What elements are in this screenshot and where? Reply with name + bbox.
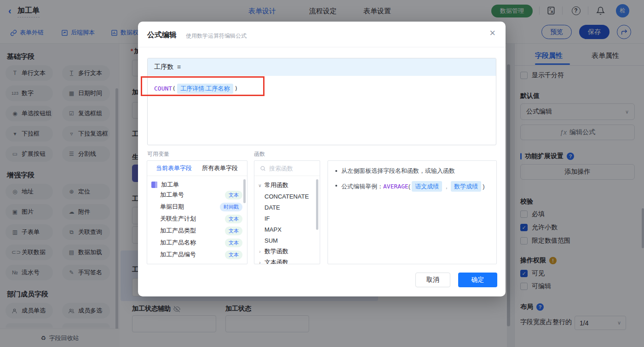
variable-name: 单据日期 — [160, 203, 184, 211]
help-panel: 从左侧面板选择字段名和函数，或输入函数 公式编辑举例：AVERAGE(语文成绩，… — [328, 160, 497, 264]
variable-name: 加工单号 — [160, 191, 184, 199]
group-label: 数学函数 — [264, 247, 288, 256]
variable-row[interactable]: 加工产品名称文本 — [160, 237, 242, 249]
chevron-down-icon: ∨ — [258, 183, 262, 188]
paren-close: ) — [483, 183, 484, 190]
variable-row[interactable]: 加工产品编号文本 — [160, 249, 242, 261]
variable-row[interactable]: 单据日期时间戳 — [160, 201, 242, 213]
function-group-math[interactable]: › 数学函数 — [258, 246, 320, 257]
function-item-date[interactable]: DATE — [264, 202, 320, 213]
functions-panel: ∨ 常用函数 CONCATENATE DATE IF MAPX SUM › 数学… — [254, 160, 320, 264]
equals-sign: = — [177, 63, 181, 71]
tree-root-form[interactable]: 加工单 — [151, 181, 247, 189]
variable-row[interactable]: 加工产品类型文本 — [160, 225, 242, 237]
comma: ， — [443, 183, 449, 190]
variable-name: 关联生产计划 — [160, 215, 196, 223]
type-badge: 文本 — [225, 191, 242, 199]
type-badge: 文本 — [225, 215, 242, 223]
variables-scrollbar[interactable] — [243, 179, 246, 203]
modal-subtitle: 使用数学运算符编辑公式 — [186, 32, 247, 40]
tab-current-form-fields[interactable]: 当前表单字段 — [156, 164, 192, 172]
type-badge: 文本 — [225, 227, 242, 235]
function-item-if[interactable]: IF — [264, 213, 320, 224]
variable-name: 加工产品名称 — [160, 239, 196, 247]
function-item-concatenate[interactable]: CONCATENATE — [264, 191, 320, 202]
variable-name: 加工产品编号 — [160, 250, 196, 259]
cancel-button[interactable]: 取消 — [415, 273, 450, 287]
functions-scrollbar[interactable] — [316, 179, 318, 230]
field-chip[interactable]: 工序详情.工序名称 — [177, 84, 233, 94]
paren-open: ( — [172, 85, 176, 92]
paren-open: ( — [408, 183, 410, 190]
tab-all-form-fields[interactable]: 所有表单字段 — [202, 164, 238, 172]
bullet-dot — [335, 185, 337, 187]
form-designer-app: ‹ 加工单 表单设计 流程设定 表单设置 数据管理 A ? 检 表单外链 后端脚… — [0, 0, 644, 347]
chevron-right-icon: › — [258, 260, 262, 265]
group-label: 常用函数 — [264, 181, 288, 189]
field-chip: 语文成绩 — [412, 181, 442, 192]
group-label: 文本函数 — [264, 258, 288, 264]
variable-name: 加工产品类型 — [160, 227, 196, 235]
variable-row[interactable]: 关联生产计划文本 — [160, 213, 242, 225]
function-item-mapx[interactable]: MAPX — [264, 224, 320, 235]
formula-target-field: 工序数 — [154, 63, 173, 71]
bullet-dot — [335, 170, 337, 172]
function-search[interactable] — [254, 161, 320, 176]
tree-root-label: 加工单 — [161, 181, 179, 189]
confirm-button[interactable]: 确定 — [458, 273, 497, 287]
modal-title: 公式编辑 — [147, 30, 177, 40]
variable-row[interactable]: 加工单号文本 — [160, 189, 242, 201]
formula-editor-modal: 公式编辑 使用数学运算符编辑公式 × 工序数 = COUNT(工序详情.工序名称… — [138, 22, 506, 296]
formula-expression[interactable]: COUNT(工序详情.工序名称) — [148, 76, 496, 102]
function-search-input[interactable] — [269, 165, 313, 172]
modal-header-divider — [138, 47, 506, 47]
close-icon[interactable]: × — [489, 28, 495, 38]
paren-close: ) — [235, 85, 238, 92]
variables-panel: 当前表单字段 所有表单字段 加工单 加工单号文本 单据日期时间戳 关联生产计划文… — [147, 160, 247, 264]
search-icon — [260, 165, 266, 171]
type-badge: 时间戳 — [220, 203, 242, 211]
help-bullet-2: 公式编辑举例：AVERAGE(语文成绩，数学成绩) — [335, 181, 496, 192]
variables-tabs: 当前表单字段 所有表单字段 — [147, 161, 247, 176]
function-name: AVERAGE — [383, 183, 408, 190]
function-group-text[interactable]: › 文本函数 — [258, 257, 320, 264]
formula-target-strip: 工序数 = — [148, 58, 496, 76]
form-doc-icon — [151, 182, 157, 188]
function-item-sum[interactable]: SUM — [264, 235, 320, 246]
formula-editor-box[interactable]: 工序数 = COUNT(工序详情.工序名称) — [147, 58, 496, 145]
type-badge: 文本 — [225, 250, 242, 259]
functions-label: 函数 — [254, 150, 265, 158]
example-prefix: 公式编辑举例： — [341, 183, 383, 190]
function-name: COUNT — [154, 85, 172, 92]
function-group-common[interactable]: ∨ 常用函数 — [258, 180, 320, 191]
chevron-right-icon: › — [258, 249, 262, 254]
field-chip: 数学成绩 — [451, 181, 481, 192]
type-badge: 文本 — [225, 239, 242, 247]
help-bullet-1: 从左侧面板选择字段名和函数，或输入函数 — [335, 166, 496, 175]
variables-label: 可用变量 — [147, 150, 169, 158]
